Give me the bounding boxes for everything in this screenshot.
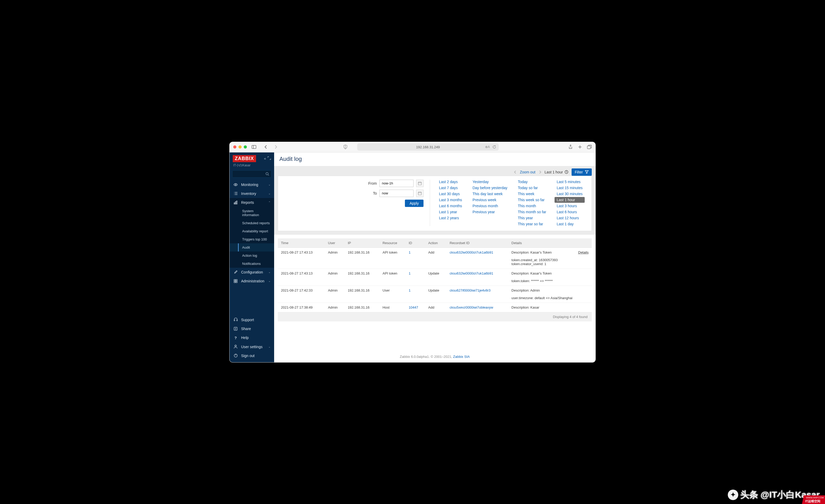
time-prev-icon[interactable] (514, 170, 516, 174)
th-ip[interactable]: IP (345, 238, 379, 248)
time-next-icon[interactable] (539, 170, 541, 174)
sub-scheduled-reports[interactable]: Scheduled reports (230, 219, 274, 227)
quick-range-link[interactable]: Previous year (472, 210, 507, 214)
quick-range-link[interactable]: Previous month (472, 204, 507, 208)
quick-range-link[interactable]: Last 2 days (439, 180, 462, 184)
maximize-window-button[interactable] (244, 145, 247, 149)
sub-availability-report[interactable]: Availability report (230, 227, 274, 235)
quick-range-link[interactable]: Last 30 days (439, 192, 462, 196)
th-details[interactable]: Details (508, 238, 592, 248)
recordset-link[interactable]: cksu632lw0000izi7uk1a6b91 (450, 271, 493, 275)
forward-button[interactable] (274, 145, 278, 149)
th-action[interactable]: Action (425, 238, 447, 248)
quick-range-link[interactable]: Last 1 year (439, 210, 462, 214)
cell-ip: 192.168.31.16 (345, 303, 379, 312)
from-calendar-button[interactable] (416, 180, 424, 187)
quick-range-link[interactable]: Last 5 minutes (556, 180, 583, 184)
quick-range-link[interactable]: Last 30 minutes (556, 192, 583, 196)
quick-range-link[interactable]: Last 2 years (439, 216, 462, 220)
apply-button[interactable]: Apply (405, 199, 424, 207)
details-link[interactable]: Details (578, 250, 589, 254)
table-row: 2021-08-27 17:38:49Admin192.168.31.16Hos… (278, 303, 592, 312)
tabs-overview-icon[interactable] (587, 145, 592, 149)
nav-sign-out[interactable]: Sign out (230, 351, 274, 360)
quick-range-link[interactable]: Last 3 hours (556, 204, 583, 208)
recordset-link[interactable]: cksu627if0000iwi71je4v8r3 (450, 288, 491, 292)
quick-range-link[interactable]: Last 6 months (439, 204, 462, 208)
new-tab-icon[interactable] (578, 145, 582, 149)
id-link[interactable]: 1 (408, 250, 410, 254)
nav-reports[interactable]: Reports⌃ (230, 198, 274, 207)
quick-range-link[interactable]: Today so far (518, 186, 546, 190)
nav-inventory[interactable]: Inventory⌄ (230, 189, 274, 198)
cell-resource: User (379, 285, 406, 303)
quick-range-link[interactable]: Day before yesterday (472, 186, 507, 190)
close-window-button[interactable] (233, 145, 236, 149)
to-calendar-button[interactable] (416, 190, 424, 197)
quick-range-link[interactable]: Last 12 hours (556, 216, 583, 220)
share-z-icon: Z (233, 327, 238, 331)
search-input[interactable] (232, 170, 272, 178)
sub-notifications[interactable]: Notifications (230, 260, 274, 268)
svg-rect-15 (234, 203, 235, 204)
quick-range-link[interactable]: This year (518, 216, 546, 220)
nav-user-settings[interactable]: User settings⌄ (230, 342, 274, 351)
quick-range-link[interactable]: Last 1 hour (554, 197, 585, 203)
quick-range-link[interactable]: This day last week (472, 192, 507, 196)
collapse-sidebar-icon[interactable]: « (264, 156, 266, 161)
to-input[interactable] (379, 190, 414, 197)
recordset-link[interactable]: cksu632lw0000izi7uk1a6b91 (450, 250, 493, 254)
sub-system-information[interactable]: System information (230, 207, 274, 219)
nav-support[interactable]: Support (230, 315, 274, 324)
cell-user: Admin (325, 303, 344, 312)
share-icon[interactable] (568, 145, 573, 149)
reload-icon[interactable] (493, 145, 496, 149)
time-range-toggle[interactable]: Last 1 hour (544, 170, 569, 174)
th-time[interactable]: Time (278, 238, 325, 248)
privacy-shield-icon[interactable] (343, 145, 348, 149)
th-resource[interactable]: Resource (379, 238, 406, 248)
filter-button[interactable]: Filter (572, 168, 592, 176)
address-bar[interactable]: 192.168.31.249 ⊕A (357, 143, 499, 151)
id-link[interactable]: 10447 (408, 306, 418, 309)
quick-range-link[interactable]: Last 6 hours (556, 210, 583, 214)
expand-sidebar-icon[interactable] (268, 156, 271, 161)
nav-configuration[interactable]: Configuration⌄ (230, 268, 274, 277)
sidebar-toggle-icon[interactable] (251, 145, 256, 149)
zabbix-logo[interactable]: ZABBIX (233, 155, 256, 162)
nav-help[interactable]: ?Help (230, 333, 274, 342)
quick-range-link[interactable]: Previous week (472, 198, 507, 202)
svg-line-7 (268, 175, 269, 175)
th-user[interactable]: User (325, 238, 344, 248)
nav-share[interactable]: ZShare (230, 324, 274, 333)
sub-audit[interactable]: Audit (230, 243, 274, 251)
quick-range-link[interactable]: Last 15 minutes (556, 186, 583, 190)
zoom-out-button[interactable]: Zoom out (520, 170, 535, 174)
quick-range-link[interactable]: This week so far (518, 198, 546, 202)
th-recordset[interactable]: Recordset ID (447, 238, 508, 248)
quick-range-link[interactable]: Last 1 day (556, 222, 583, 226)
sub-triggers-top-100[interactable]: Triggers top 100 (230, 235, 274, 243)
nav-administration[interactable]: Administration⌄ (230, 277, 274, 285)
zabbix-sia-link[interactable]: Zabbix SIA (453, 355, 470, 359)
from-input[interactable] (379, 180, 414, 187)
quick-range-link[interactable]: Last 3 months (439, 198, 462, 202)
quick-range-link[interactable]: Yesterday (472, 180, 507, 184)
recordset-link[interactable]: cksu5xevz0000iwi7obleavyw (450, 306, 493, 309)
quick-range-link[interactable]: This week (518, 192, 546, 196)
translate-icon[interactable]: ⊕A (485, 145, 490, 149)
id-link[interactable]: 1 (408, 288, 410, 292)
nav-monitoring[interactable]: Monitoring⌄ (230, 180, 274, 189)
quick-range-link[interactable]: This year so far (518, 222, 546, 226)
quick-range-link[interactable]: Last 7 days (439, 186, 462, 190)
time-toolbar: Zoom out Last 1 hour Filter (274, 166, 595, 176)
quick-range-link[interactable]: This month (518, 204, 546, 208)
cell-action: Add (425, 303, 447, 312)
back-button[interactable] (263, 145, 268, 149)
id-link[interactable]: 1 (408, 271, 410, 275)
minimize-window-button[interactable] (238, 145, 242, 149)
quick-range-link[interactable]: Today (518, 180, 546, 184)
quick-range-link[interactable]: This month so far (518, 210, 546, 214)
sub-action-log[interactable]: Action log (230, 251, 274, 260)
th-id[interactable]: ID (405, 238, 425, 248)
